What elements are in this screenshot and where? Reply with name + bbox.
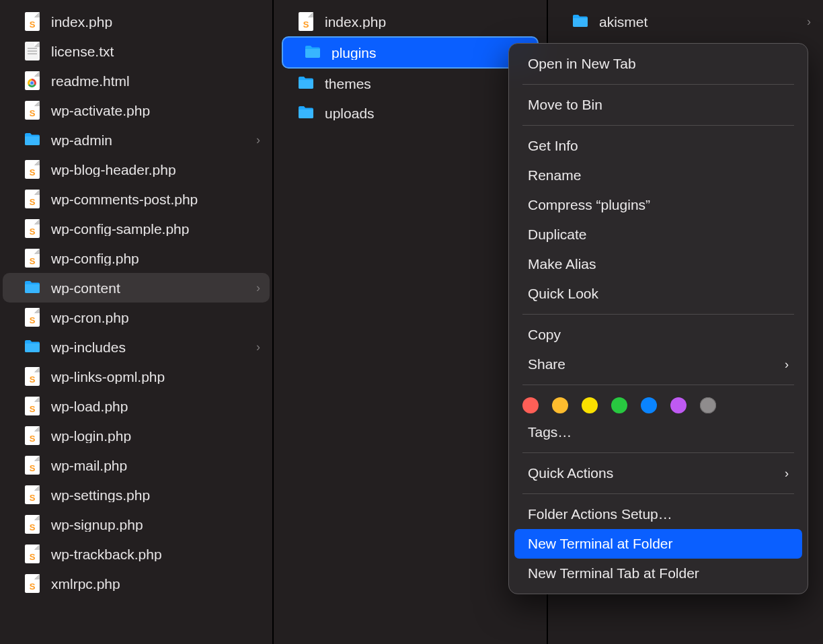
file-row[interactable]: Swp-comments-post.php bbox=[3, 184, 270, 214]
file-row[interactable]: wp-admin› bbox=[3, 125, 270, 155]
file-name-label: wp-includes bbox=[51, 340, 256, 354]
file-name-label: wp-content bbox=[51, 281, 256, 295]
file-row[interactable]: Swp-cron.php bbox=[3, 303, 270, 332]
menu-item-label: Copy bbox=[528, 327, 789, 343]
finder-window: Sindex.phplicense.txtreadme.htmlSwp-acti… bbox=[0, 0, 823, 644]
context-menu-item[interactable]: Quick Actions› bbox=[514, 458, 802, 488]
file-name-label: wp-settings.php bbox=[51, 488, 260, 502]
file-icon: S bbox=[23, 160, 42, 179]
file-row[interactable]: license.txt bbox=[3, 36, 270, 66]
menu-separator bbox=[522, 84, 794, 85]
file-icon: S bbox=[23, 308, 42, 327]
context-menu-item[interactable]: New Terminal Tab at Folder bbox=[514, 559, 802, 588]
context-menu[interactable]: Open in New TabMove to BinGet InfoRename… bbox=[508, 43, 808, 594]
file-name-label: uploads bbox=[325, 106, 535, 120]
file-icon: S bbox=[23, 101, 42, 120]
file-icon: S bbox=[23, 426, 42, 445]
file-row[interactable]: Swp-activate.php bbox=[3, 95, 270, 125]
chevron-right-icon: › bbox=[256, 341, 260, 353]
context-menu-item[interactable]: Move to Bin bbox=[514, 90, 802, 120]
context-menu-item[interactable]: Duplicate bbox=[514, 220, 802, 249]
file-row[interactable]: Swp-config.php bbox=[3, 243, 270, 273]
tag-color-dot[interactable] bbox=[552, 397, 568, 413]
context-menu-item[interactable]: Open in New Tab bbox=[514, 49, 802, 79]
file-icon: S bbox=[297, 12, 315, 31]
file-row[interactable]: readme.html bbox=[3, 66, 270, 95]
tag-color-dot[interactable] bbox=[522, 397, 539, 413]
context-menu-item[interactable]: New Terminal at Folder bbox=[514, 529, 802, 559]
file-name-label: wp-blog-header.php bbox=[51, 163, 260, 177]
file-row[interactable]: Swp-signup.php bbox=[3, 510, 270, 539]
file-row[interactable]: Swp-trackback.php bbox=[3, 539, 270, 569]
file-row[interactable]: wp-content› bbox=[3, 273, 270, 303]
menu-separator bbox=[522, 314, 794, 315]
file-row[interactable]: Swp-blog-header.php bbox=[3, 155, 270, 184]
tag-color-dot[interactable] bbox=[670, 397, 687, 413]
file-row[interactable]: uploads bbox=[276, 98, 544, 128]
file-icon: S bbox=[23, 190, 42, 208]
file-row[interactable]: Sxmlrpc.php bbox=[3, 569, 270, 598]
menu-separator bbox=[522, 125, 794, 126]
file-row[interactable]: Swp-links-opml.php bbox=[3, 362, 270, 391]
folder-icon bbox=[571, 12, 590, 31]
folder-icon bbox=[23, 278, 42, 297]
file-name-label: wp-trackback.php bbox=[51, 547, 260, 561]
file-name-label: index.php bbox=[51, 15, 260, 29]
context-menu-item[interactable]: Make Alias bbox=[514, 249, 802, 279]
context-menu-item[interactable]: Tags… bbox=[514, 417, 802, 447]
folder-icon bbox=[297, 74, 315, 93]
file-row[interactable]: Swp-mail.php bbox=[3, 450, 270, 480]
file-row[interactable]: Swp-login.php bbox=[3, 421, 270, 450]
file-row[interactable]: themes bbox=[276, 69, 544, 98]
context-menu-item[interactable]: Compress “plugins” bbox=[514, 190, 802, 220]
menu-item-label: Make Alias bbox=[528, 256, 789, 272]
chevron-right-icon: › bbox=[785, 467, 789, 481]
folder-icon bbox=[23, 130, 42, 149]
file-name-label: wp-config-sample.php bbox=[51, 222, 260, 236]
file-icon: S bbox=[23, 456, 42, 475]
context-menu-item[interactable]: Copy bbox=[514, 320, 802, 350]
file-icon: S bbox=[23, 574, 42, 593]
finder-column-1[interactable]: Sindex.phplicense.txtreadme.htmlSwp-acti… bbox=[0, 0, 274, 644]
file-name-label: wp-config.php bbox=[51, 251, 260, 266]
file-row[interactable]: Swp-load.php bbox=[3, 391, 270, 421]
chevron-right-icon: › bbox=[785, 358, 789, 372]
file-row[interactable]: akismet› bbox=[551, 7, 820, 36]
context-menu-item[interactable]: Folder Actions Setup… bbox=[514, 499, 802, 529]
finder-column-2[interactable]: Sindex.phpplugins›themesuploads bbox=[274, 0, 548, 644]
tag-color-dot[interactable] bbox=[582, 397, 598, 413]
context-menu-item[interactable]: Share› bbox=[514, 350, 802, 379]
file-name-label: wp-activate.php bbox=[51, 104, 260, 118]
chevron-right-icon: › bbox=[807, 15, 811, 28]
file-name-label: akismet bbox=[599, 15, 807, 29]
file-name-label: wp-login.php bbox=[51, 429, 260, 443]
menu-item-label: Quick Actions bbox=[528, 465, 785, 481]
menu-item-label: Folder Actions Setup… bbox=[528, 506, 789, 522]
menu-item-label: Share bbox=[528, 356, 785, 372]
file-icon bbox=[23, 71, 42, 90]
context-menu-item[interactable]: Get Info bbox=[514, 131, 802, 161]
tag-color-dot[interactable] bbox=[641, 397, 657, 413]
context-menu-item[interactable]: Quick Look bbox=[514, 279, 802, 309]
menu-separator bbox=[522, 452, 794, 453]
chevron-right-icon: › bbox=[256, 282, 260, 294]
menu-item-label: Move to Bin bbox=[528, 97, 789, 113]
file-row[interactable]: wp-includes› bbox=[3, 332, 270, 362]
context-menu-item[interactable]: Rename bbox=[514, 161, 802, 190]
file-icon: S bbox=[23, 545, 42, 563]
chevron-right-icon: › bbox=[256, 134, 260, 146]
file-row[interactable]: Swp-settings.php bbox=[3, 480, 270, 510]
file-row[interactable]: Sindex.php bbox=[276, 7, 544, 36]
menu-item-label: Tags… bbox=[528, 424, 789, 440]
file-name-label: wp-links-opml.php bbox=[51, 370, 260, 384]
tag-color-dot[interactable] bbox=[611, 397, 627, 413]
file-row[interactable]: Swp-config-sample.php bbox=[3, 214, 270, 243]
tag-color-row bbox=[509, 391, 808, 417]
file-name-label: wp-cron.php bbox=[51, 311, 260, 325]
tag-color-dot[interactable] bbox=[700, 397, 716, 413]
file-row[interactable]: plugins› bbox=[282, 36, 539, 69]
file-name-label: wp-admin bbox=[51, 133, 256, 147]
file-row[interactable]: Sindex.php bbox=[3, 7, 270, 36]
file-icon: S bbox=[23, 249, 42, 268]
folder-icon bbox=[23, 337, 42, 356]
